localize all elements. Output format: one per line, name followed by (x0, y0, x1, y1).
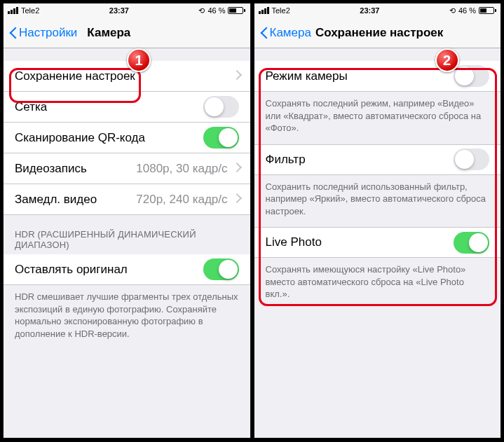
step-badge-1: 1 (127, 48, 151, 72)
row-label: Видеозапись (15, 162, 136, 176)
switch-camera-mode[interactable] (454, 65, 489, 87)
battery-pct: 46 % (458, 6, 476, 15)
back-label: Камера (270, 26, 311, 40)
switch-keep-original[interactable] (203, 258, 239, 280)
back-button[interactable]: Камера (260, 26, 311, 40)
row-slomo[interactable]: Замедл. видео 720p, 240 кадр/с (4, 184, 250, 215)
row-label: Оставлять оригинал (15, 263, 203, 277)
switch-grid[interactable] (203, 96, 239, 118)
row-label: Live Photo (266, 235, 454, 249)
carrier-label: Tele2 (272, 6, 290, 15)
row-keep-original[interactable]: Оставлять оригинал (4, 254, 250, 285)
nav-bar: Настройки Камера (4, 18, 250, 48)
page-title: Сохранение настроек (315, 26, 443, 40)
signal-icon (8, 7, 18, 14)
switch-qr[interactable] (203, 127, 239, 149)
row-live-photo[interactable]: Live Photo (254, 227, 501, 258)
status-bar: Tele2 23:37 ⟲ 46 % (254, 4, 501, 18)
rotation-lock-icon: ⟲ (198, 6, 205, 15)
footer-filter: Сохранить последний использованный фильт… (254, 175, 501, 228)
footer-live-photo: Сохранять имеющуюся настройку «Live Phot… (254, 258, 501, 310)
section-header-hdr: HDR (РАСШИРЕННЫЙ ДИНАМИЧЕСКИЙ ДИАПАЗОН) (4, 215, 250, 254)
row-label: Замедл. видео (15, 193, 136, 207)
battery-icon (479, 7, 496, 14)
back-button[interactable]: Настройки (9, 26, 77, 40)
clock: 23:37 (109, 6, 129, 15)
row-qr-scan[interactable]: Сканирование QR-кода (4, 123, 250, 153)
battery-icon (228, 7, 245, 14)
row-label: Режим камеры (266, 69, 454, 83)
back-label: Настройки (19, 26, 77, 40)
row-detail: 1080p, 30 кадр/с (136, 162, 227, 176)
battery-pct: 46 % (207, 6, 225, 15)
row-preserve-settings[interactable]: Сохранение настроек (4, 61, 250, 92)
switch-filter[interactable] (454, 149, 489, 170)
chevron-right-icon (233, 164, 239, 173)
section-footer-hdr: HDR смешивает лучшие фрагменты трех отде… (4, 285, 250, 350)
status-bar: Tele2 23:37 ⟲ 46 % (4, 4, 250, 18)
row-video-record[interactable]: Видеозапись 1080p, 30 кадр/с (4, 153, 250, 184)
footer-camera-mode: Сохранять последний режим, например «Вид… (254, 92, 501, 144)
chevron-left-icon (260, 26, 268, 40)
chevron-right-icon (233, 195, 239, 204)
clock: 23:37 (360, 6, 379, 15)
nav-bar: Камера Сохранение настроек (254, 18, 501, 48)
chevron-left-icon (9, 26, 18, 40)
chevron-right-icon (233, 71, 239, 81)
row-detail: 720p, 240 кадр/с (136, 193, 227, 207)
row-label: Сохранение настроек (15, 69, 233, 83)
signal-icon (259, 7, 269, 14)
switch-live-photo[interactable] (454, 232, 489, 254)
carrier-label: Tele2 (21, 6, 39, 15)
row-grid[interactable]: Сетка (4, 92, 250, 123)
row-label: Сетка (15, 100, 203, 114)
phone-screenshot-2: Tele2 23:37 ⟲ 46 % Камера Сохранение нас… (254, 3, 502, 438)
row-label: Сканирование QR-кода (15, 131, 203, 145)
page-title: Камера (87, 26, 130, 40)
rotation-lock-icon: ⟲ (449, 6, 456, 15)
row-camera-mode[interactable]: Режим камеры (254, 61, 501, 92)
phone-screenshot-1: Tele2 23:37 ⟲ 46 % Настройки Камера Сохр… (3, 3, 251, 438)
step-badge-2: 2 (435, 48, 459, 72)
row-filter[interactable]: Фильтр (254, 144, 501, 175)
row-label: Фильтр (266, 153, 454, 167)
